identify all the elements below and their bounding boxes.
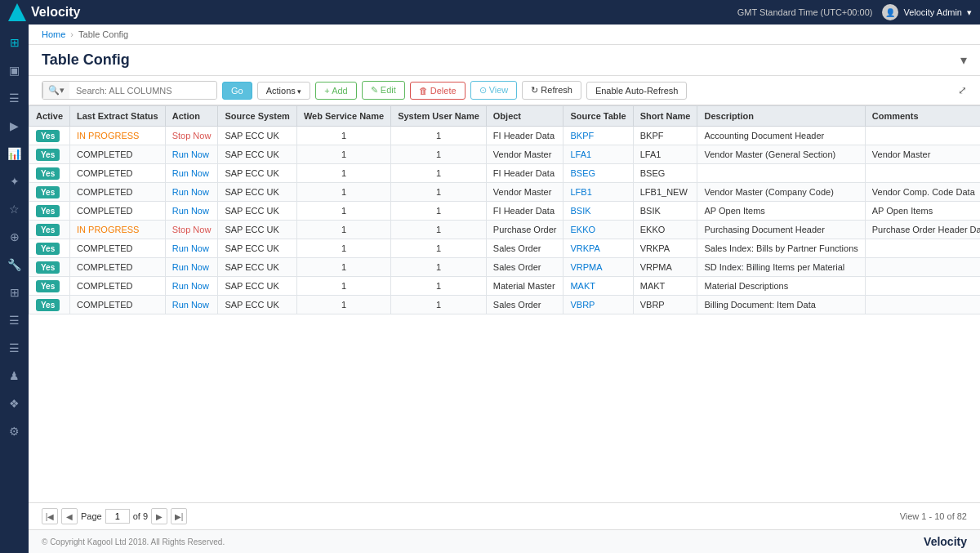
cell-source-system: SAP ECC UK [218, 221, 296, 239]
sidebar-icon-favorite[interactable]: ☆ [3, 198, 26, 221]
sidebar-icon-list[interactable]: ☰ [3, 309, 26, 332]
cell-source-table: LFA1 [564, 145, 633, 164]
cell-action: Run Now [165, 145, 218, 164]
cell-description: Material Descriptions [697, 277, 865, 296]
cell-object: FI Header Data [486, 127, 564, 145]
cell-comments [865, 127, 980, 145]
footer-logo-text: Velocity [924, 535, 967, 548]
cell-source-system: SAP ECC UK [218, 202, 296, 221]
navbar-left: Velocity [8, 3, 80, 21]
cell-source-table: EKKO [564, 221, 633, 239]
table-body: Yes IN PROGRESS Stop Now SAP ECC UK 1 1 … [29, 127, 981, 314]
cell-action: Run Now [165, 183, 218, 202]
col-description: Description [697, 106, 865, 127]
cell-object: Sales Order [486, 296, 564, 314]
refresh-button[interactable]: ↻ Refresh [522, 81, 581, 100]
search-wrapper: 🔍▾ [42, 81, 217, 100]
cell-description: Vendor Master (General Section) [697, 145, 865, 164]
table-row: Yes COMPLETED Run Now SAP ECC UK 1 1 Sal… [29, 296, 981, 314]
cell-status: COMPLETED [70, 183, 166, 202]
view-button[interactable]: ⊙ View [470, 81, 518, 100]
cell-system-user-name: 1 [391, 183, 487, 202]
sidebar-icon-star[interactable]: ✦ [3, 170, 26, 193]
user-menu[interactable]: 👤 Velocity Admin ▾ [882, 4, 972, 20]
table-row: Yes COMPLETED Run Now SAP ECC UK 1 1 Ven… [29, 145, 981, 164]
cell-source-system: SAP ECC UK [218, 277, 296, 296]
cell-source-system: SAP ECC UK [218, 127, 296, 145]
cell-description: Purchasing Document Header [697, 221, 865, 239]
cell-object: Vendor Master [486, 183, 564, 202]
app-title: Velocity [31, 5, 80, 20]
last-page-btn[interactable]: ▶| [171, 508, 187, 524]
cell-description: Vendor Master (Company Code) [697, 183, 865, 202]
sidebar-icon-add[interactable]: ⊕ [3, 225, 26, 248]
layout: ⊞ ▣ ☰ ▶ 📊 ✦ ☆ ⊕ 🔧 ⊞ ☰ ☰ ♟ ❖ ⚙ Home › Tab… [0, 25, 980, 553]
sidebar-icon-play[interactable]: ▶ [3, 114, 26, 137]
cell-short-name: LFB1_NEW [633, 183, 697, 202]
cell-source-table: BSIK [564, 202, 633, 221]
page-header: Table Config ▾ [29, 45, 980, 76]
first-page-btn[interactable]: |◀ [42, 508, 58, 524]
sidebar-icon-list2[interactable]: ☰ [3, 337, 26, 359]
cell-web-service-name: 1 [296, 277, 390, 296]
of-label: of 9 [133, 511, 148, 521]
sidebar-icon-chart[interactable]: 📊 [3, 142, 26, 165]
cell-description: AP Open Items [697, 202, 865, 221]
table-row: Yes COMPLETED Run Now SAP ECC UK 1 1 FI … [29, 164, 981, 183]
cell-comments [865, 258, 980, 277]
cell-object: Vendor Master [486, 145, 564, 164]
top-navbar: Velocity GMT Standard Time (UTC+00:00) 👤… [0, 0, 980, 25]
delete-button[interactable]: 🗑 Delete [410, 82, 466, 100]
cell-comments [865, 239, 980, 258]
go-button[interactable]: Go [222, 82, 252, 100]
cell-source-table: VRKPA [564, 239, 633, 258]
table-row: Yes COMPLETED Run Now SAP ECC UK 1 1 Ven… [29, 183, 981, 202]
cell-source-system: SAP ECC UK [218, 145, 296, 164]
breadcrumb-home[interactable]: Home [42, 29, 65, 39]
table-row: Yes IN PROGRESS Stop Now SAP ECC UK 1 1 … [29, 127, 981, 145]
sidebar-icon-menu[interactable]: ☰ [3, 87, 26, 109]
col-source-table: Source Table [564, 106, 633, 127]
cell-source-table: VRPMA [564, 258, 633, 277]
cell-description: Accounting Document Header [697, 127, 865, 145]
table-container: Active Last Extract Status Action Source… [29, 105, 980, 502]
cell-active: Yes [29, 183, 70, 202]
collapse-button[interactable]: ▾ [960, 52, 967, 68]
expand-icon[interactable]: ⤢ [958, 84, 967, 96]
cell-short-name: MAKT [633, 277, 697, 296]
sidebar-icon-grid2[interactable]: ⊞ [3, 281, 26, 304]
page-input[interactable] [105, 509, 130, 524]
add-button[interactable]: + Add [315, 82, 356, 100]
col-action: Action [165, 106, 218, 127]
sidebar-icon-gear[interactable]: ⚙ [3, 420, 26, 443]
next-page-btn[interactable]: ▶ [151, 508, 167, 524]
actions-button[interactable]: Actions [257, 82, 311, 100]
cell-system-user-name: 1 [391, 296, 487, 314]
col-system-user-name: System User Name [391, 106, 487, 127]
cell-web-service-name: 1 [296, 202, 390, 221]
cell-comments [865, 164, 980, 183]
cell-web-service-name: 1 [296, 183, 390, 202]
breadcrumb-current: Table Config [78, 29, 128, 39]
sidebar-icon-diamond[interactable]: ❖ [3, 392, 26, 415]
pagination-bar: |◀ ◀ Page of 9 ▶ ▶| View 1 - 10 of 82 [29, 502, 980, 529]
cell-comments [865, 277, 980, 296]
page-label: Page [81, 511, 102, 521]
sidebar-icon-chess[interactable]: ♟ [3, 364, 26, 387]
footer: © Copyright Kagool Ltd 2018. All Rights … [29, 529, 980, 553]
sidebar: ⊞ ▣ ☰ ▶ 📊 ✦ ☆ ⊕ 🔧 ⊞ ☰ ☰ ♟ ❖ ⚙ [0, 25, 29, 553]
cell-description: SD Index: Billing Items per Material [697, 258, 865, 277]
cell-web-service-name: 1 [296, 164, 390, 183]
table-row: Yes COMPLETED Run Now SAP ECC UK 1 1 Sal… [29, 258, 981, 277]
cell-source-table: BSEG [564, 164, 633, 183]
search-input[interactable] [69, 83, 216, 99]
search-dropdown-btn[interactable]: 🔍▾ [42, 82, 69, 99]
cell-action: Run Now [165, 202, 218, 221]
auto-refresh-button[interactable]: Enable Auto-Refresh [586, 82, 688, 100]
sidebar-icon-home[interactable]: ⊞ [3, 31, 26, 54]
sidebar-icon-settings[interactable]: 🔧 [3, 253, 26, 276]
prev-page-btn[interactable]: ◀ [61, 508, 78, 524]
edit-button[interactable]: ✎ Edit [362, 81, 405, 100]
cell-system-user-name: 1 [391, 277, 487, 296]
sidebar-icon-grid[interactable]: ▣ [3, 59, 26, 82]
